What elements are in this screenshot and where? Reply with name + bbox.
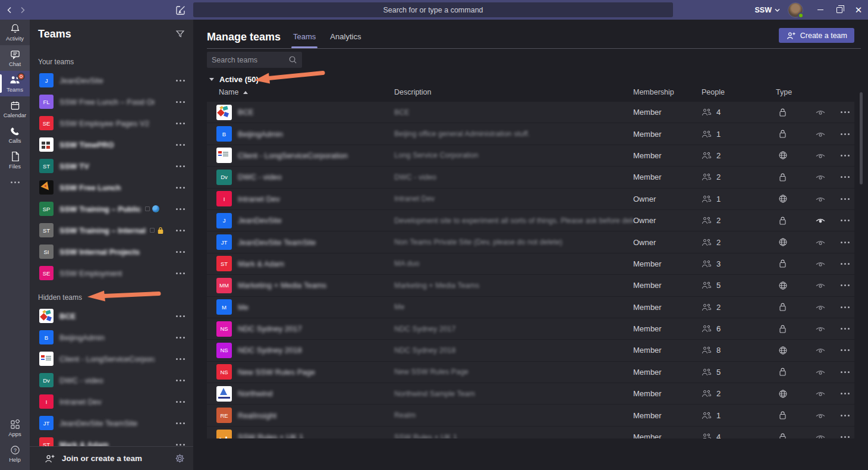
more-options-icon[interactable] [176,165,185,167]
more-options-icon[interactable] [841,284,850,286]
table-row[interactable]: M Me Me Member 2 [207,297,854,318]
visibility-toggle[interactable] [806,390,835,397]
more-options-icon[interactable] [841,371,850,373]
back-icon[interactable] [3,4,16,17]
more-options-icon[interactable] [841,263,850,265]
column-header-name[interactable]: Name [219,88,248,96]
more-options-icon[interactable] [176,422,185,424]
table-row[interactable]: NS NDC Sydney 2018 NDC Sydney 2018 Membe… [207,340,854,361]
sidebar-team-item[interactable]: SP SSW Training – Public [30,198,193,220]
visibility-toggle[interactable] [806,217,835,224]
visibility-toggle[interactable] [806,368,835,376]
sidebar-team-item[interactable]: ST SSW TV [30,155,193,177]
visibility-toggle[interactable] [806,433,835,438]
table-row[interactable]: Client - LongServiceCorporation Long Ser… [207,145,854,166]
more-options-icon[interactable] [841,415,850,416]
rail-item-teams[interactable]: Teams [0,71,30,96]
more-options-icon[interactable] [841,198,850,200]
sidebar-team-item[interactable]: BCE [30,305,193,327]
rail-item-calls[interactable]: Calls [0,122,30,148]
visibility-toggle[interactable] [806,108,835,116]
more-options-icon[interactable] [841,111,850,113]
rail-item-help[interactable]: ? Help [0,441,30,466]
visibility-toggle[interactable] [806,281,835,289]
window-close-button[interactable]: ✕ [849,0,868,20]
sidebar-team-item[interactable]: JT JeanDevSite TeamSite [30,412,193,434]
visibility-toggle[interactable] [806,260,835,268]
more-options-icon[interactable] [176,123,185,124]
sidebar-team-item[interactable]: ST SSW Training – Internal [30,220,193,241]
sidebar-team-item[interactable]: B BeijingAdmin [30,327,193,348]
more-options-icon[interactable] [176,101,185,103]
table-row[interactable]: ST Mark & Adam MA duo Member 3 [207,253,854,274]
window-restore-button[interactable] [830,0,849,20]
table-row[interactable]: I Intranet Dev Intranet Dev Owner 1 [207,189,854,209]
table-row[interactable]: Northwind Northwind Sample Team Member 2 [207,383,854,404]
table-row[interactable]: NS NDC Sydney 2017 NDC Sydney 2017 Membe… [207,318,854,339]
sidebar-team-item[interactable]: SE SSW Employment [30,262,193,284]
visibility-toggle[interactable] [806,152,835,159]
visibility-toggle[interactable] [806,239,835,246]
sidebar-team-item[interactable]: I Intranet Dev [30,391,193,412]
tab-analytics[interactable]: Analytics [330,32,361,42]
active-group-header[interactable]: Active (50) [209,75,259,84]
rail-item-activity[interactable]: Activity [0,20,30,45]
more-options-icon[interactable] [841,133,850,135]
more-options-icon[interactable] [176,315,185,317]
more-options-icon[interactable] [841,242,850,243]
more-options-icon[interactable] [841,155,850,156]
table-row[interactable]: B BeijingAdmin Beijing office general Ad… [207,123,854,144]
rail-more-icon[interactable] [0,173,30,191]
more-options-icon[interactable] [841,306,850,308]
sidebar-team-item[interactable]: ST Mark & Adam [30,434,193,446]
create-a-team-button[interactable]: Create a team [779,28,854,43]
user-avatar[interactable] [788,2,803,18]
table-row[interactable]: BCE BCE Member 4 [207,102,854,123]
new-chat-icon[interactable] [174,4,187,16]
visibility-toggle[interactable] [806,412,835,419]
table-row[interactable]: NS New SSW Rules Page New SSW Rules Page… [207,362,854,383]
sidebar-team-item[interactable]: SSW Free Lunch [30,177,193,198]
org-switcher[interactable]: SSW [755,6,780,14]
visibility-toggle[interactable] [806,173,835,181]
table-row[interactable]: JT JeanDevSite TeamSite Non Teams Privat… [207,231,854,252]
more-options-icon[interactable] [176,272,185,274]
more-options-icon[interactable] [176,337,185,339]
table-row[interactable]: Dv DWC - video DWC - video Member 2 [207,167,854,187]
visibility-toggle[interactable] [806,195,835,203]
search-teams-input[interactable] [212,56,288,64]
more-options-icon[interactable] [176,444,185,446]
rail-item-chat[interactable]: Chat [0,45,30,71]
more-options-icon[interactable] [841,220,850,221]
rail-item-files[interactable]: Files [0,148,30,173]
sidebar-team-item[interactable]: FL SSW Free Lunch – Food Orders [30,91,193,112]
visibility-toggle[interactable] [806,346,835,354]
more-options-icon[interactable] [176,144,185,146]
more-options-icon[interactable] [176,401,185,403]
more-options-icon[interactable] [176,208,185,210]
more-options-icon[interactable] [176,187,185,189]
more-options-icon[interactable] [176,380,185,381]
filter-icon[interactable] [175,29,185,39]
sidebar-team-item[interactable]: J JeanDevSite [30,70,193,91]
rail-item-apps[interactable]: Apps [0,415,30,441]
sidebar-team-item[interactable]: Dv DWC - video [30,369,193,391]
more-options-icon[interactable] [176,80,185,82]
more-options-icon[interactable] [841,176,850,178]
sidebar-team-item[interactable]: Client - LongServiceCorporation [30,348,193,369]
sidebar-team-item[interactable]: SSW TimePRO [30,134,193,155]
vertical-scrollbar-thumb[interactable] [860,92,863,184]
visibility-toggle[interactable] [806,130,835,138]
tab-teams[interactable]: Teams [293,32,316,42]
table-row[interactable]: MM Marketing + Media Teams Marketing + M… [207,275,854,296]
more-options-icon[interactable] [176,358,185,360]
more-options-icon[interactable] [176,230,185,231]
more-options-icon[interactable] [176,251,185,253]
more-options-icon[interactable] [841,328,850,330]
table-row[interactable]: SSW Rules + UK 1 SSW Rules + UK 1 Member… [207,427,854,438]
window-minimize-button[interactable] [811,0,830,20]
forward-icon[interactable] [16,4,29,17]
more-options-icon[interactable] [841,436,850,438]
table-row[interactable]: RE RealInsight Realm Member 1 [207,405,854,425]
rail-item-calendar[interactable]: Calendar [0,96,30,122]
